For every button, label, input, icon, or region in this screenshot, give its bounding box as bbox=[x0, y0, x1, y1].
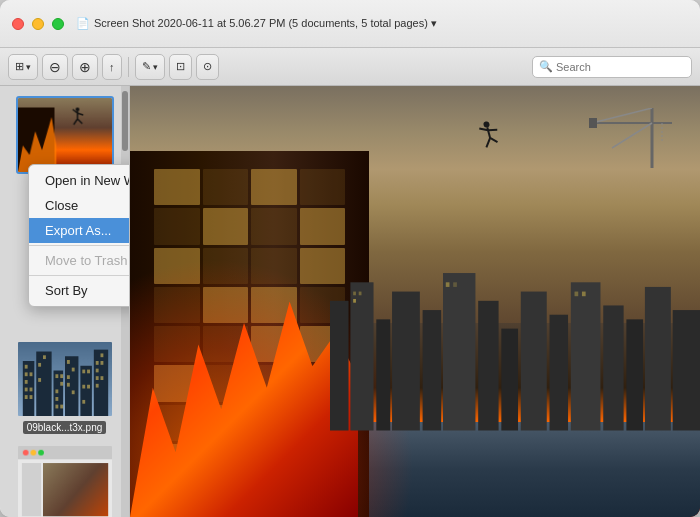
window-cell bbox=[300, 169, 346, 205]
context-menu-separator bbox=[29, 245, 130, 246]
svg-rect-27 bbox=[353, 292, 356, 296]
context-menu-item-export-as[interactable]: Export As... bbox=[29, 218, 130, 243]
thumbnail-image-2 bbox=[16, 340, 114, 418]
document-icon: 📄 bbox=[76, 17, 90, 30]
traffic-lights bbox=[12, 18, 64, 30]
annotate-chevron: ▾ bbox=[153, 62, 158, 72]
export-as-label: Export As... bbox=[45, 223, 111, 238]
svg-rect-30 bbox=[445, 283, 449, 288]
share-button[interactable]: ↑ bbox=[102, 54, 122, 80]
move-to-trash-label: Move to Trash bbox=[45, 253, 127, 268]
svg-rect-28 bbox=[358, 292, 361, 296]
window-cell bbox=[203, 169, 249, 205]
minimize-button[interactable] bbox=[32, 18, 44, 30]
svg-line-4 bbox=[484, 138, 492, 147]
sidebar-scroll-thumb[interactable] bbox=[122, 91, 128, 151]
grid-view-icon: ⊞ bbox=[15, 60, 24, 73]
context-menu-item-sort-by[interactable]: Sort By ▶ bbox=[29, 278, 130, 303]
annotate-icon: ✎ bbox=[142, 60, 151, 73]
main-area: Screen... Open in New Window Close Expor… bbox=[0, 86, 700, 517]
annotate-button[interactable]: ✎ ▾ bbox=[135, 54, 165, 80]
grid-view-chevron: ▾ bbox=[26, 62, 31, 72]
svg-rect-17 bbox=[443, 273, 475, 430]
tools-button[interactable]: ⊙ bbox=[196, 54, 219, 80]
svg-rect-26 bbox=[672, 310, 700, 430]
svg-line-2 bbox=[479, 127, 488, 133]
svg-rect-31 bbox=[453, 283, 457, 288]
svg-rect-24 bbox=[626, 320, 643, 431]
window-cell bbox=[251, 169, 297, 205]
crop-icon: ⊡ bbox=[176, 60, 185, 73]
zoom-out-icon: ⊖ bbox=[49, 59, 61, 75]
svg-rect-33 bbox=[581, 292, 585, 297]
window-title: Screen Shot 2020-06-11 at 5.06.27 PM (5 … bbox=[94, 17, 437, 30]
svg-rect-29 bbox=[353, 299, 356, 303]
svg-rect-10 bbox=[589, 118, 597, 128]
zoom-in-icon: ⊕ bbox=[79, 59, 91, 75]
window-cell bbox=[154, 208, 200, 244]
context-menu-item-open-new-window[interactable]: Open in New Window bbox=[29, 168, 130, 193]
svg-rect-18 bbox=[478, 301, 498, 431]
context-menu: Open in New Window Close Export As... Mo… bbox=[28, 164, 130, 307]
thumbnail-canvas-1 bbox=[18, 98, 112, 172]
thumbnail-image-3 bbox=[16, 444, 114, 517]
share-icon: ↑ bbox=[109, 61, 115, 73]
search-input[interactable] bbox=[556, 61, 685, 73]
svg-rect-12 bbox=[330, 301, 349, 431]
open-new-window-label: Open in New Window bbox=[45, 173, 130, 188]
thumbnail-image-1 bbox=[16, 96, 114, 174]
crane-svg bbox=[572, 108, 672, 168]
titlebar: 📄 Screen Shot 2020-06-11 at 5.06.27 PM (… bbox=[0, 0, 700, 48]
context-menu-separator-2 bbox=[29, 275, 130, 276]
svg-rect-22 bbox=[570, 283, 600, 431]
svg-rect-23 bbox=[603, 306, 623, 431]
svg-rect-14 bbox=[376, 320, 390, 431]
window-cell bbox=[251, 208, 297, 244]
svg-rect-32 bbox=[574, 292, 578, 297]
close-button[interactable] bbox=[12, 18, 24, 30]
tools-icon: ⊙ bbox=[203, 60, 212, 73]
scene-background bbox=[130, 86, 700, 517]
svg-line-5 bbox=[490, 137, 497, 144]
zoom-in-button[interactable]: ⊕ bbox=[72, 54, 98, 80]
grid-view-button[interactable]: ⊞ ▾ bbox=[8, 54, 38, 80]
search-icon: 🔍 bbox=[539, 60, 553, 73]
context-menu-item-close[interactable]: Close bbox=[29, 193, 130, 218]
thumbnail-item-3[interactable]: Screen...7.55 PM bbox=[4, 442, 125, 517]
svg-line-9 bbox=[592, 108, 652, 123]
window-cell bbox=[154, 169, 200, 205]
fullscreen-button[interactable] bbox=[52, 18, 64, 30]
svg-rect-25 bbox=[644, 287, 670, 431]
context-menu-item-move-to-trash: Move to Trash bbox=[29, 248, 130, 273]
svg-rect-13 bbox=[350, 283, 373, 431]
sidebar: Screen... Open in New Window Close Expor… bbox=[0, 86, 130, 517]
search-box[interactable]: 🔍 bbox=[532, 56, 692, 78]
window-cell bbox=[203, 208, 249, 244]
thumbnail-canvas-3 bbox=[18, 446, 112, 517]
svg-rect-21 bbox=[549, 315, 568, 431]
thumbnail-label-2: 09black...t3x.png bbox=[23, 421, 107, 434]
svg-line-8 bbox=[612, 123, 652, 148]
preview-area bbox=[130, 86, 700, 517]
thumbnail-canvas-2 bbox=[18, 342, 112, 416]
zoom-out-button[interactable]: ⊖ bbox=[42, 54, 68, 80]
sort-by-label: Sort By bbox=[45, 283, 88, 298]
main-window: 📄 Screen Shot 2020-06-11 at 5.06.27 PM (… bbox=[0, 0, 700, 517]
svg-rect-15 bbox=[392, 292, 420, 431]
svg-rect-16 bbox=[422, 310, 441, 430]
toolbar-separator-1 bbox=[128, 57, 129, 77]
close-label: Close bbox=[45, 198, 78, 213]
city-buildings-svg bbox=[330, 215, 701, 431]
svg-point-0 bbox=[482, 121, 489, 128]
toolbar: ⊞ ▾ ⊖ ⊕ ↑ ✎ ▾ ⊡ ⊙ 🔍 bbox=[0, 48, 700, 86]
thumbnail-item-2[interactable]: 09black...t3x.png bbox=[4, 338, 125, 436]
crop-button[interactable]: ⊡ bbox=[169, 54, 192, 80]
svg-rect-19 bbox=[501, 329, 518, 431]
svg-rect-20 bbox=[520, 292, 546, 431]
